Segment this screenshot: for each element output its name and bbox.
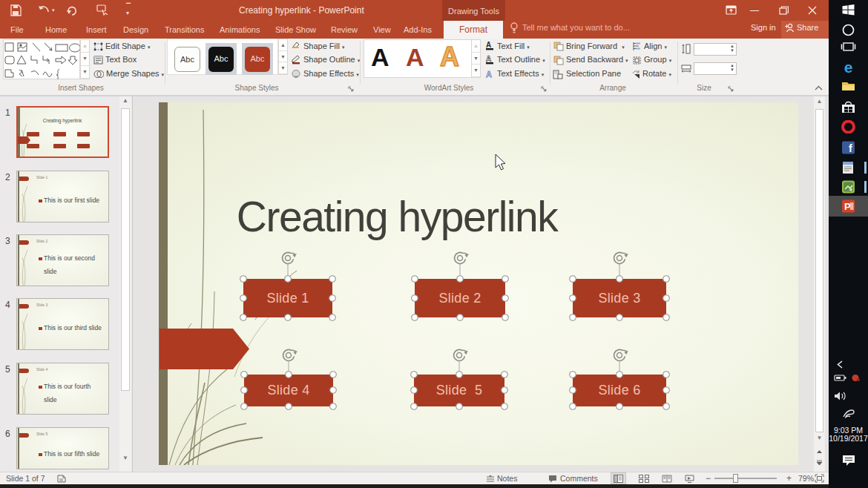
svg-text:A: A xyxy=(486,55,491,63)
svg-text:P: P xyxy=(844,201,851,212)
svg-text:A: A xyxy=(486,70,492,79)
svg-text:A: A xyxy=(486,41,491,49)
svg-text:f: f xyxy=(849,142,852,154)
